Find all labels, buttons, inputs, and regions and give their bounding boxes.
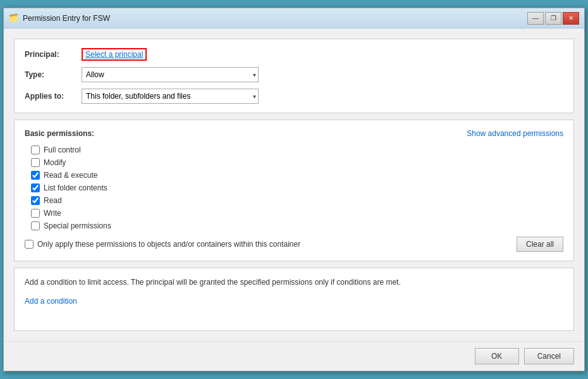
full-control-label: Full control: [44, 146, 81, 154]
main-content: Principal: Select a principal Type: Allo…: [4, 28, 584, 341]
list-item: Special permissions: [31, 221, 563, 230]
minimize-button[interactable]: —: [527, 12, 544, 25]
only-apply-row: Only apply these permissions to objects …: [25, 240, 300, 249]
clear-all-button[interactable]: Clear all: [517, 237, 563, 252]
read-checkbox[interactable]: [31, 196, 40, 205]
window-icon: 🗂️: [9, 13, 19, 23]
read-label: Read: [44, 196, 62, 205]
special-permissions-checkbox[interactable]: [31, 221, 40, 230]
condition-description: Add a condition to limit access. The pri…: [25, 277, 563, 288]
title-bar-left: 🗂️ Permission Entry for FSW: [9, 13, 110, 23]
modify-checkbox[interactable]: [31, 158, 40, 167]
write-checkbox[interactable]: [31, 209, 40, 218]
condition-section: Add a condition to limit access. The pri…: [14, 268, 574, 331]
select-principal-link[interactable]: Select a principal: [82, 48, 147, 61]
read-execute-label: Read & execute: [44, 171, 97, 180]
only-apply-label: Only apply these permissions to objects …: [37, 240, 300, 249]
type-select[interactable]: Allow Deny: [82, 67, 259, 82]
type-row: Type: Allow Deny ▾: [25, 67, 563, 82]
list-item: List folder contents: [31, 183, 563, 192]
type-label: Type:: [25, 70, 82, 79]
restore-button[interactable]: ❐: [545, 12, 561, 25]
window-title: Permission Entry for FSW: [23, 14, 110, 23]
permissions-section: Basic permissions: Show advanced permiss…: [14, 120, 574, 261]
main-window: 🗂️ Permission Entry for FSW — ❐ ✕ Princi…: [3, 8, 585, 371]
principal-row: Principal: Select a principal: [25, 48, 563, 61]
list-folder-checkbox[interactable]: [31, 183, 40, 192]
add-condition-link[interactable]: Add a condition: [25, 297, 77, 306]
permissions-list: Full control Modify Read & execute List …: [25, 146, 563, 230]
close-button[interactable]: ✕: [563, 12, 579, 25]
list-item: Full control: [31, 146, 563, 154]
list-item: Modify: [31, 158, 563, 167]
form-section: Principal: Select a principal Type: Allo…: [14, 39, 574, 113]
special-permissions-label: Special permissions: [44, 221, 111, 230]
only-apply-checkbox[interactable]: [25, 240, 34, 249]
applies-label: Applies to:: [25, 92, 82, 101]
applies-dropdown-wrapper: This folder, subfolders and files This f…: [82, 89, 259, 104]
list-folder-label: List folder contents: [44, 183, 107, 192]
applies-select[interactable]: This folder, subfolders and files This f…: [82, 89, 259, 104]
show-advanced-link[interactable]: Show advanced permissions: [467, 129, 563, 138]
read-execute-checkbox[interactable]: [31, 171, 40, 180]
list-item: Read & execute: [31, 171, 563, 180]
principal-label: Principal:: [25, 50, 82, 59]
section-header: Basic permissions: Show advanced permiss…: [25, 129, 563, 138]
title-buttons: — ❐ ✕: [527, 12, 579, 25]
footer: OK Cancel: [4, 341, 584, 371]
write-label: Write: [44, 209, 61, 218]
ok-button[interactable]: OK: [475, 348, 519, 364]
list-item: Write: [31, 209, 563, 218]
applies-row: Applies to: This folder, subfolders and …: [25, 89, 563, 104]
permissions-title: Basic permissions:: [25, 129, 94, 138]
title-bar: 🗂️ Permission Entry for FSW — ❐ ✕: [4, 8, 584, 28]
cancel-button[interactable]: Cancel: [524, 348, 574, 364]
bottom-row: Only apply these permissions to objects …: [25, 237, 563, 252]
modify-label: Modify: [44, 158, 66, 167]
list-item: Read: [31, 196, 563, 205]
type-dropdown-wrapper: Allow Deny ▾: [82, 67, 259, 82]
full-control-checkbox[interactable]: [31, 146, 40, 154]
